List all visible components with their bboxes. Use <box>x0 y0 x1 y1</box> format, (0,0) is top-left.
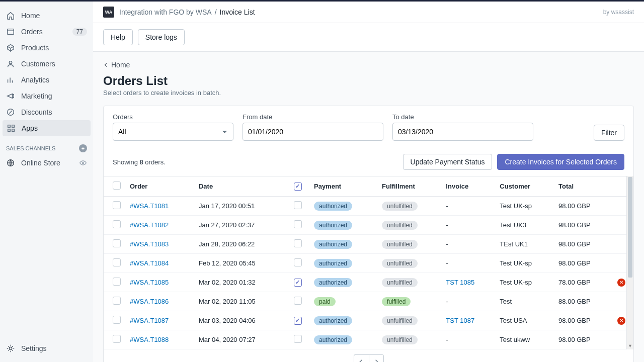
order-link[interactable]: #WSA.T1087 <box>130 317 169 324</box>
prev-page-button[interactable] <box>354 354 369 362</box>
store-logs-button[interactable]: Store logs <box>138 29 185 45</box>
cell-total: 98.00 GBP <box>554 197 613 216</box>
row-checkbox[interactable] <box>113 335 121 343</box>
row-checkbox[interactable] <box>113 201 121 209</box>
payment-row-checkbox[interactable] <box>294 335 302 343</box>
row-checkbox[interactable] <box>113 297 121 305</box>
update-payment-button[interactable]: Update Payment Status <box>403 154 493 170</box>
payment-badge: authorized <box>314 240 352 249</box>
nav-marketing[interactable]: Marketing <box>0 88 93 104</box>
orders-table: Order Date Payment Fulfillment Invoice C… <box>104 176 633 349</box>
payment-badge: authorized <box>314 335 352 344</box>
row-checkbox[interactable] <box>113 220 121 228</box>
cell-customer: TEst UK1 <box>496 235 554 254</box>
cell-invoice: TST 1087 <box>442 311 496 330</box>
nav-home[interactable]: Home <box>0 8 93 24</box>
order-link[interactable]: #WSA.T1085 <box>130 279 169 286</box>
payment-badge: authorized <box>314 316 352 325</box>
scroll-down-icon[interactable]: ▼ <box>627 342 633 349</box>
nav-settings[interactable]: Settings <box>0 339 93 362</box>
svg-point-8 <box>82 162 84 163</box>
payment-badge: authorized <box>314 221 352 230</box>
sidebar: Home Orders 77 Products Customers Analyt… <box>0 2 93 362</box>
col-invoice: Invoice <box>442 176 496 197</box>
nav-products[interactable]: Products <box>0 40 93 56</box>
channel-online-store[interactable]: Online Store <box>0 155 93 170</box>
scrollbar-thumb[interactable] <box>628 177 632 278</box>
orders-card: Orders All From date To date Filte <box>103 106 634 362</box>
app-logo: WA <box>103 7 114 18</box>
breadcrumb-back[interactable]: Home <box>103 61 634 69</box>
order-link[interactable]: #WSA.T1082 <box>130 221 169 229</box>
app-breadcrumb: Invoice List <box>220 8 255 16</box>
payment-row-checkbox[interactable] <box>294 279 302 287</box>
from-date-label: From date <box>243 113 383 121</box>
cell-invoice: - <box>442 330 496 349</box>
analytics-icon <box>6 75 15 84</box>
row-checkbox[interactable] <box>113 258 121 266</box>
nav-orders[interactable]: Orders 77 <box>0 24 93 40</box>
create-invoices-button[interactable]: Create Invoices for Selected Orders <box>497 154 624 170</box>
from-date-input[interactable] <box>243 123 383 141</box>
cell-date: Jan 28, 2020 06:22 <box>195 235 290 254</box>
help-button[interactable]: Help <box>103 29 133 45</box>
cell-invoice: - <box>442 254 496 273</box>
order-link[interactable]: #WSA.T1088 <box>130 336 169 343</box>
nav-analytics[interactable]: Analytics <box>0 72 93 88</box>
delete-icon[interactable]: ✕ <box>617 279 625 287</box>
order-link[interactable]: #WSA.T1081 <box>130 202 169 210</box>
filter-button[interactable]: Filter <box>594 125 624 141</box>
app-title: Integration with FGO by WSA <box>119 8 212 16</box>
orders-badge: 77 <box>72 28 87 36</box>
invoice-link[interactable]: TST 1085 <box>446 279 474 286</box>
add-channel-icon[interactable]: + <box>79 144 87 152</box>
col-total: Total <box>554 176 613 197</box>
payment-row-checkbox[interactable] <box>294 297 302 305</box>
settings-label: Settings <box>21 344 47 352</box>
payment-header-checkbox[interactable] <box>294 183 302 191</box>
nav-label: Customers <box>21 60 55 68</box>
order-link[interactable]: #WSA.T1083 <box>130 240 169 248</box>
row-checkbox[interactable] <box>113 316 121 324</box>
row-checkbox[interactable] <box>113 278 121 286</box>
cell-date: Mar 04, 2020 07:27 <box>195 330 290 349</box>
row-checkbox[interactable] <box>113 239 121 247</box>
nav-label: Products <box>21 44 49 52</box>
payment-row-checkbox[interactable] <box>294 201 302 209</box>
nav-label: Discounts <box>21 108 52 116</box>
next-page-button[interactable] <box>369 354 384 362</box>
payment-badge: paid <box>314 297 336 306</box>
payment-row-checkbox[interactable] <box>294 239 302 247</box>
discounts-icon <box>6 108 15 117</box>
nav-apps[interactable]: Apps <box>3 120 91 136</box>
payment-row-checkbox[interactable] <box>294 220 302 228</box>
nav-label: Home <box>21 12 40 20</box>
store-icon <box>6 158 15 167</box>
invoice-link[interactable]: TST 1087 <box>446 317 474 324</box>
nav-label: Marketing <box>21 92 52 100</box>
cell-total: 98.00 GBP <box>554 254 613 273</box>
table-row: #WSA.T1085 Mar 02, 2020 01:32 authorized… <box>104 273 633 292</box>
nav-discounts[interactable]: Discounts <box>0 104 93 120</box>
table-row: #WSA.T1084 Feb 12, 2020 05:45 authorized… <box>104 254 633 273</box>
cell-customer: Test <box>496 292 554 311</box>
table-row: #WSA.T1087 Mar 03, 2020 04:06 authorized… <box>104 311 633 330</box>
payment-row-checkbox[interactable] <box>294 317 302 325</box>
view-store-icon[interactable] <box>79 159 87 167</box>
orders-filter-select[interactable]: All <box>113 123 233 141</box>
select-all-checkbox[interactable] <box>113 182 121 190</box>
orders-icon <box>6 27 15 36</box>
col-payment: Payment <box>310 176 378 197</box>
cell-invoice: - <box>442 197 496 216</box>
order-link[interactable]: #WSA.T1084 <box>130 259 169 267</box>
table-row: #WSA.T1088 Mar 04, 2020 07:27 authorized… <box>104 330 633 349</box>
cell-date: Mar 03, 2020 04:06 <box>195 311 290 330</box>
to-date-input[interactable] <box>392 123 533 141</box>
order-link[interactable]: #WSA.T1086 <box>130 298 169 305</box>
fulfillment-badge: unfulfilled <box>382 278 418 287</box>
table-scrollbar[interactable]: ▼ <box>626 176 633 349</box>
delete-icon[interactable]: ✕ <box>617 317 625 325</box>
nav-customers[interactable]: Customers <box>0 56 93 72</box>
payment-row-checkbox[interactable] <box>294 258 302 266</box>
cell-customer: Test UK-sp <box>496 273 554 292</box>
